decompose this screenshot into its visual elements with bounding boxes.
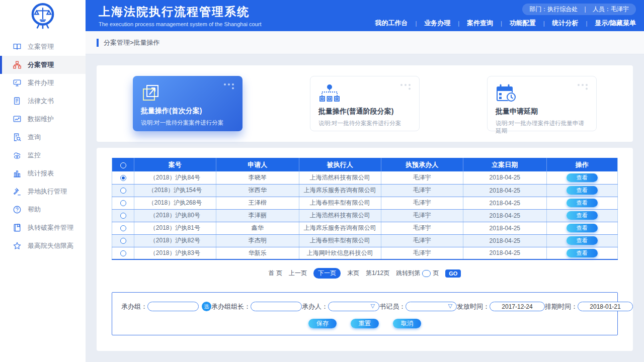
view-button[interactable]: 查看 <box>567 199 598 207</box>
sidebar-item-case-assignment[interactable]: 分案管理 <box>0 56 86 74</box>
cell-case-no: （2018）沪执82号 <box>134 234 216 247</box>
cell-applicant: 李泽丽 <box>216 209 299 222</box>
nav-statistics[interactable]: 统计分析 <box>552 19 579 28</box>
table-row: （2018）沪执84号 李晓琴 上海浩然科技有限公司 毛泽宇 2018-04-2… <box>112 171 618 184</box>
sidebar-item-label: 分案管理 <box>28 60 54 69</box>
next-page-button[interactable]: 下一页 <box>313 268 341 279</box>
cell-filing-date: 2018-04-25 <box>463 184 546 197</box>
last-page-link[interactable]: 末页 <box>347 269 359 278</box>
handling-group-input[interactable] <box>147 302 199 311</box>
sidebar-item-label: 帮助 <box>28 205 41 214</box>
sidebar-item-legal-documents[interactable]: 法律文书 <box>0 92 86 110</box>
column-header-filing-date: 立案日期 <box>463 158 546 171</box>
monitor-icon <box>13 78 22 87</box>
card-title: 批量操作(普通阶段分案) <box>318 107 411 116</box>
cell-handler: 毛泽宇 <box>381 197 463 209</box>
more-dots-icon <box>223 82 236 90</box>
row-radio[interactable] <box>120 200 126 206</box>
nav-function-config[interactable]: 功能配置 <box>510 19 536 28</box>
monitor-eye-icon <box>13 151 22 160</box>
jump-page-input[interactable] <box>422 270 431 277</box>
clerk-select[interactable]: ▽ <box>406 302 457 311</box>
column-header-applicant: 申请人 <box>216 158 299 171</box>
table-header-row: 案号 申请人 被执行人 执预承办人 立案日期 操作 <box>112 158 618 171</box>
breadcrumb-accent-bar <box>97 39 99 47</box>
case-table-panel: 案号 申请人 被执行人 执预承办人 立案日期 操作 （2018）沪执84号 李晓… <box>97 148 633 351</box>
row-radio[interactable] <box>120 213 126 219</box>
view-button[interactable]: 查看 <box>567 173 598 182</box>
view-button[interactable]: 查看 <box>567 186 598 195</box>
sidebar-item-remote-execution[interactable]: 异地执行管理 <box>0 183 86 201</box>
breadcrumb: 分案管理>批量操作 <box>86 31 644 54</box>
page-info: 第1/12页 <box>366 269 389 278</box>
sidebar-item-query[interactable]: 查询 <box>0 128 86 146</box>
table-row: （2018）沪执81号 鑫华 上海席乐服务咨询有限公司 毛泽宇 2018-04-… <box>112 222 618 234</box>
pagination: 首 页 上一页 下一页 末页 第1/12页 跳转到第 页 GO <box>112 268 618 279</box>
group-leader-label: 承办组组长： <box>211 302 251 311</box>
org-chart-icon <box>13 60 22 69</box>
cancel-button[interactable]: 取消 <box>393 319 421 328</box>
sidebar-item-monitoring[interactable]: 监控 <box>0 146 86 164</box>
nav-toggle-menu[interactable]: 显示/隐藏菜单 <box>595 19 636 28</box>
cell-handler: 毛泽宇 <box>381 171 463 184</box>
nav-business-handling[interactable]: 业务办理 <box>424 19 450 28</box>
select-all-radio[interactable] <box>120 162 126 168</box>
row-radio[interactable] <box>120 188 126 194</box>
sidebar-item-label: 最高院失信限高 <box>28 241 73 250</box>
reset-button[interactable]: 重置 <box>351 319 379 328</box>
row-radio[interactable] <box>120 225 126 231</box>
card-batch-extension-request[interactable]: 批量申请延期 说明:对一批办理案件进行批量申请延期 <box>487 76 597 131</box>
nav-my-workbench[interactable]: 我的工作台 <box>375 19 408 28</box>
breadcrumb-text: 分案管理>批量操作 <box>104 38 160 47</box>
cell-handler: 毛泽宇 <box>381 222 463 234</box>
cell-handler: 毛泽宇 <box>381 184 463 197</box>
cell-case-no: （2018）沪执84号 <box>134 171 216 184</box>
cell-respondent: 上海席乐服务咨询有限公司 <box>299 222 381 234</box>
save-button[interactable]: 保存 <box>308 319 337 328</box>
nav-case-query[interactable]: 案件查询 <box>467 19 493 28</box>
cell-applicant: 李晓琴 <box>216 171 299 184</box>
view-button[interactable]: 查看 <box>567 224 598 232</box>
row-radio[interactable] <box>120 238 126 244</box>
cell-case-no: （2018）沪执268号 <box>134 197 216 209</box>
book-icon <box>13 42 22 51</box>
cell-filing-date: 2018-04-25 <box>463 171 546 184</box>
view-button[interactable]: 查看 <box>567 236 598 245</box>
choose-group-button[interactable]: 选 <box>202 302 211 311</box>
card-description: 说明:对一批办理案件进行批量申请延期 <box>496 120 588 135</box>
go-button[interactable]: GO <box>445 269 461 278</box>
schedule-date-input[interactable]: 2018-01-21 <box>578 302 633 311</box>
app-window: 上海法院执行流程管理系统 The execution process manag… <box>0 0 644 362</box>
first-page-link[interactable]: 首 页 <box>269 269 282 278</box>
sidebar-item-label: 查询 <box>28 133 41 142</box>
view-button[interactable]: 查看 <box>567 249 598 257</box>
card-title: 批量申请延期 <box>496 107 588 116</box>
sidebar-item-data-maintenance[interactable]: 数据维护 <box>0 110 86 128</box>
row-radio[interactable] <box>120 175 126 181</box>
nav-separator: ｜ <box>413 20 419 27</box>
row-radio[interactable] <box>120 250 126 256</box>
sidebar-item-bankruptcy-cases[interactable]: 执转破案件管理 <box>0 219 86 237</box>
prev-page-link[interactable]: 上一页 <box>289 269 307 278</box>
column-header-actions: 操作 <box>546 158 617 171</box>
gavel-icon <box>13 187 22 196</box>
sidebar-item-case-handling[interactable]: 案件办理 <box>0 74 86 92</box>
sidebar-item-case-filing[interactable]: 立案管理 <box>0 38 86 56</box>
view-button[interactable]: 查看 <box>567 211 598 220</box>
sidebar-item-help[interactable]: 帮助 <box>0 201 86 219</box>
group-leader-input[interactable] <box>251 302 302 311</box>
nav-separator: ｜ <box>456 20 461 27</box>
card-batch-stage-assignment[interactable]: 批量操作(普通阶段分案) 说明:对一批待分案案件进行分案 <box>310 76 420 131</box>
jump-page-suffix: 页 <box>433 269 439 278</box>
cell-respondent: 上海浩然科技有限公司 <box>299 209 381 222</box>
top-navigation: 我的工作台 ｜ 业务办理 ｜ 案件查询 ｜ 功能配置 ｜ 统计分析 ｜ 显示/隐… <box>375 19 636 28</box>
sidebar-item-statistics-report[interactable]: 统计报表 <box>0 164 86 183</box>
table-row: （2018）沪执268号 王泽楷 上海春熙丰型有限公司 毛泽宇 2018-04-… <box>112 197 618 209</box>
nav-separator: ｜ <box>541 20 547 27</box>
card-batch-first-assignment[interactable]: 批量操作(首次分案) 说明:对一批待分案案件进行分案 <box>133 76 243 131</box>
cell-filing-date: 2018-04-25 <box>463 234 546 247</box>
logo-area <box>0 0 86 31</box>
sidebar-item-supreme-court-list[interactable]: 最高院失信限高 <box>0 237 86 255</box>
handler-select[interactable]: ▽ <box>328 302 379 311</box>
issue-date-input[interactable]: 2017-12-24 <box>490 302 545 311</box>
